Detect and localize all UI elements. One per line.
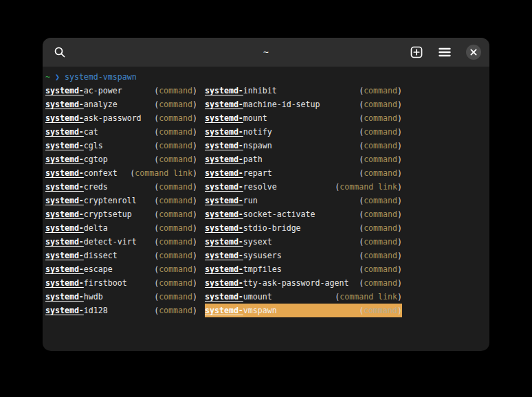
prompt-input: systemd-vmspawn — [65, 72, 137, 82]
completion-desc: (command) — [154, 194, 197, 207]
completion-name: systemd-id128 — [45, 304, 108, 317]
completion-entry: systemd-path(command) — [205, 152, 402, 166]
completion-entry: systemd-ask-password(command) — [45, 111, 197, 125]
completion-name: systemd-socket-activate — [205, 207, 315, 221]
completion-desc: (command) — [359, 304, 402, 317]
completion-entry: systemd-sysext(command) — [205, 235, 402, 249]
completion-name: systemd-nspawn — [205, 139, 272, 152]
completion-entry: systemd-inhibit(command) — [205, 84, 402, 98]
completion-desc: (command) — [154, 304, 197, 317]
completion-entry: systemd-escape(command) — [45, 262, 197, 276]
completion-desc: (command link) — [130, 166, 197, 180]
completion-desc: (command) — [359, 84, 402, 98]
completion-desc: (command) — [154, 262, 197, 276]
completion-entry: systemd-analyze(command) — [45, 98, 197, 111]
completion-name: systemd-run — [205, 194, 258, 207]
completion-name: systemd-dissect — [45, 249, 118, 262]
terminal-screen[interactable]: ~ ❯ systemd-vmspawn systemd-ac-power(com… — [43, 67, 489, 317]
completion-entry: systemd-tmpfiles(command) — [205, 262, 402, 276]
completion-desc: (command) — [359, 166, 402, 180]
completion-entry: systemd-cgls(command) — [45, 139, 197, 152]
completion-desc: (command) — [154, 249, 197, 262]
completion-entry: systemd-hwdb(command) — [45, 290, 197, 304]
completion-name: systemd-escape — [45, 262, 113, 276]
completion-name: systemd-delta — [45, 221, 108, 235]
completion-entry: systemd-sysusers(command) — [205, 249, 402, 262]
completion-name: systemd-cgtop — [45, 152, 108, 166]
completion-entry: systemd-detect-virt(command) — [45, 235, 197, 249]
prompt-symbol: ❯ — [55, 72, 60, 82]
completion-name: systemd-notify — [205, 125, 272, 139]
prompt-cwd: ~ — [45, 72, 50, 82]
completion-entry-selected: systemd-vmspawn(command) — [205, 304, 402, 317]
completion-entry: systemd-creds(command) — [45, 180, 197, 194]
titlebar-controls — [410, 38, 481, 67]
completion-name: systemd-machine-id-setup — [205, 98, 320, 111]
completion-desc: (command link) — [335, 290, 402, 304]
completion-entry: systemd-nspawn(command) — [205, 139, 402, 152]
completion-name: systemd-detect-virt — [45, 235, 137, 249]
completion-column: systemd-inhibit(command)systemd-machine-… — [205, 84, 402, 317]
completion-name: systemd-confext — [45, 166, 118, 180]
completion-desc: (command) — [154, 98, 197, 111]
close-button[interactable] — [466, 45, 481, 60]
completion-desc: (command) — [359, 125, 402, 139]
completion-entry: systemd-machine-id-setup(command) — [205, 98, 402, 111]
completion-entry: systemd-confext(command link) — [45, 166, 197, 180]
completion-desc: (command) — [154, 84, 197, 98]
completion-name: systemd-ask-password — [45, 111, 142, 125]
completion-name: systemd-ac-power — [45, 84, 122, 98]
prompt-line: ~ ❯ systemd-vmspawn — [45, 70, 487, 84]
menu-button[interactable] — [438, 45, 452, 59]
completion-name: systemd-cryptenroll — [45, 194, 137, 207]
completion-entry: systemd-dissect(command) — [45, 249, 197, 262]
completion-entry: systemd-notify(command) — [205, 125, 402, 139]
completion-name: systemd-resolve — [205, 180, 277, 194]
completion-name: systemd-repart — [205, 166, 272, 180]
completion-desc: (command) — [154, 276, 197, 290]
completion-desc: (command) — [359, 262, 402, 276]
completion-name: systemd-cat — [45, 125, 98, 139]
completion-name: systemd-tty-ask-password-agent — [205, 276, 348, 290]
completion-entry: systemd-id128(command) — [45, 304, 197, 317]
completion-name: systemd-path — [205, 152, 263, 166]
completion-desc: (command) — [154, 290, 197, 304]
completion-desc: (command) — [359, 139, 402, 152]
completion-entry: systemd-ac-power(command) — [45, 84, 197, 98]
completion-name: systemd-analyze — [45, 98, 118, 111]
completion-entry: systemd-tty-ask-password-agent(command) — [205, 276, 402, 290]
completion-desc: (command) — [154, 139, 197, 152]
completion-desc: (command) — [359, 276, 402, 290]
completion-column: systemd-ac-power(command)systemd-analyze… — [45, 84, 197, 317]
completion-name: systemd-vmspawn — [205, 304, 277, 317]
completion-desc: (command) — [154, 111, 197, 125]
completion-entry: systemd-cat(command) — [45, 125, 197, 139]
completion-name: systemd-umount — [205, 290, 272, 304]
completion-desc: (command) — [359, 194, 402, 207]
completion-desc: (command) — [154, 235, 197, 249]
completion-desc: (command) — [359, 249, 402, 262]
completion-desc: (command link) — [335, 180, 402, 194]
titlebar[interactable]: ~ — [43, 38, 489, 67]
completion-name: systemd-cgls — [45, 139, 103, 152]
completion-desc: (command) — [359, 152, 402, 166]
completion-desc: (command) — [359, 235, 402, 249]
completion-entry: systemd-mount(command) — [205, 111, 402, 125]
new-tab-button[interactable] — [410, 45, 423, 59]
completion-entry: systemd-umount(command link) — [205, 290, 402, 304]
completion-entry: systemd-firstboot(command) — [45, 276, 197, 290]
completion-name: systemd-stdio-bridge — [205, 221, 301, 235]
completion-entry: systemd-socket-activate(command) — [205, 207, 402, 221]
completion-entry: systemd-stdio-bridge(command) — [205, 221, 402, 235]
menu-icon — [439, 47, 451, 57]
completion-desc: (command) — [154, 152, 197, 166]
completion-desc: (command) — [154, 125, 197, 139]
completion-entry: systemd-delta(command) — [45, 221, 197, 235]
completion-name: systemd-mount — [205, 111, 267, 125]
close-icon — [470, 49, 477, 56]
completion-desc: (command) — [154, 221, 197, 235]
completion-desc: (command) — [154, 180, 197, 194]
completion-name: systemd-inhibit — [205, 84, 277, 98]
completion-desc: (command) — [359, 98, 402, 111]
completion-entry: systemd-resolve(command link) — [205, 180, 402, 194]
